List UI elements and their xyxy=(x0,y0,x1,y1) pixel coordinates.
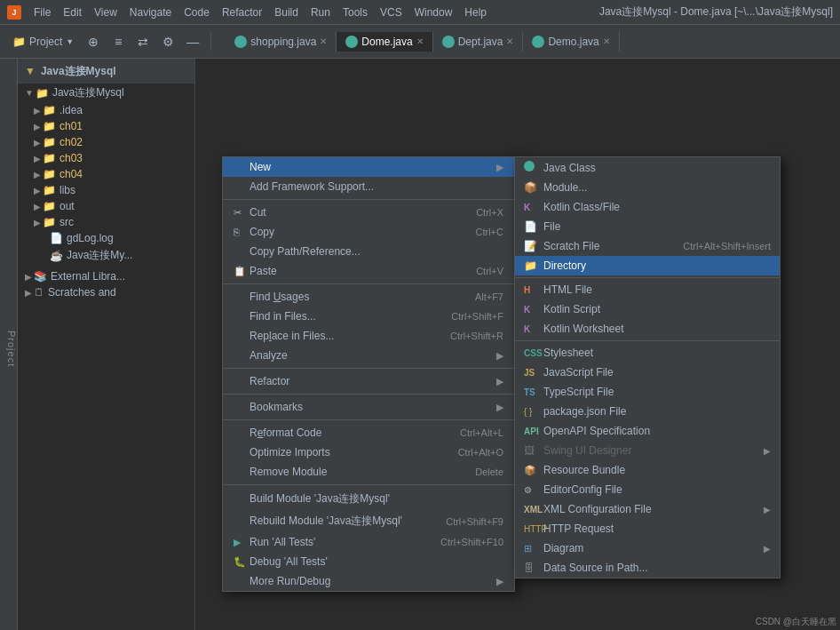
sub-file[interactable]: 📄 File xyxy=(515,217,780,236)
toolbar-locate-btn[interactable]: ⊕ xyxy=(83,31,104,52)
menu-edit[interactable]: Edit xyxy=(58,4,87,20)
shopping-tab-close[interactable]: ✕ xyxy=(320,36,327,46)
ctx-sep4 xyxy=(223,394,514,395)
tree-item-ch02[interactable]: ▶ 📁 ch02 xyxy=(18,134,194,150)
sub-xml[interactable]: XML XML Configuration File ▶ xyxy=(515,499,780,519)
toolbar-minimize-btn[interactable]: — xyxy=(182,31,203,52)
project-title-icon: ▼ xyxy=(25,65,36,77)
tab-shopping[interactable]: shopping.java ✕ xyxy=(226,32,337,52)
ctx-run[interactable]: ▶ Run 'All Tests' Ctrl+Shift+F10 xyxy=(223,532,514,552)
menu-run[interactable]: Run xyxy=(305,4,336,20)
tree-item-root[interactable]: ▼ 📁 Java连接Mysql xyxy=(18,84,194,102)
demo-tab-close[interactable]: ✕ xyxy=(603,36,610,46)
ctx-rebuild-shortcut: Ctrl+Shift+F9 xyxy=(446,516,503,527)
sub-packagejson[interactable]: { } package.json File xyxy=(515,402,780,421)
ctx-paste-icon: 📋 xyxy=(234,266,250,277)
ctx-new[interactable]: New ▶ Java Class 📦 Module... K Kotlin Cl… xyxy=(223,157,514,177)
ctx-morerun[interactable]: More Run/Debug ▶ xyxy=(223,571,514,591)
ctx-reformat-shortcut: Ctrl+Alt+L xyxy=(460,427,503,438)
ctx-removemodule[interactable]: Remove Module Delete xyxy=(223,462,514,482)
sub-scratch[interactable]: 📝 Scratch File Ctrl+Alt+Shift+Insert xyxy=(515,236,780,256)
tree-item-ch04[interactable]: ▶ 📁 ch04 xyxy=(18,166,194,182)
ch03-folder-icon: 📁 xyxy=(43,152,56,164)
project-selector[interactable]: 📁 Project ▼ xyxy=(7,34,79,50)
sub-diagram[interactable]: ⊞ Diagram ▶ xyxy=(515,538,780,558)
sub-resource[interactable]: 📦 Resource Bundle xyxy=(515,460,780,480)
menu-refactor[interactable]: Refactor xyxy=(217,4,267,20)
xml-arrow: ▶ xyxy=(764,505,771,514)
tree-item-external[interactable]: ▶ 📚 External Libra... xyxy=(18,268,194,284)
menu-navigate[interactable]: Navigate xyxy=(124,4,177,20)
ctx-refactor[interactable]: Refactor ▶ xyxy=(223,371,514,391)
editor-area: New ▶ Java Class 📦 Module... K Kotlin Cl… xyxy=(195,59,840,630)
tree-item-src[interactable]: ▶ 📁 src xyxy=(18,214,194,230)
ctx-bookmarks[interactable]: Bookmarks ▶ xyxy=(223,397,514,417)
sub-editorconfig[interactable]: ⚙ EditorConfig File xyxy=(515,480,780,499)
sub-js[interactable]: JS JavaScript File xyxy=(515,363,780,382)
tree-item-javamy[interactable]: ☕ Java连接My... xyxy=(18,246,194,265)
tab-dome[interactable]: Dome.java ✕ xyxy=(337,32,432,52)
sub-directory[interactable]: 📁 Directory xyxy=(515,256,780,275)
ctx-reformat[interactable]: Reformat Code Ctrl+Alt+L xyxy=(223,423,514,443)
dept-tab-close[interactable]: ✕ xyxy=(506,36,513,46)
tree-item-out[interactable]: ▶ 📁 out xyxy=(18,198,194,214)
ctx-findinfiles[interactable]: Find in Files... Ctrl+Shift+F xyxy=(223,307,514,326)
sub-module[interactable]: 📦 Module... xyxy=(515,178,780,197)
kotlin-class-label: Kotlin Class/File xyxy=(543,201,771,213)
new-submenu: Java Class 📦 Module... K Kotlin Class/Fi… xyxy=(514,156,781,578)
tree-item-ch03[interactable]: ▶ 📁 ch03 xyxy=(18,150,194,166)
tree-item-idea[interactable]: ▶ 📁 .idea xyxy=(18,102,194,118)
sub-datasource[interactable]: 🗄 Data Source in Path... xyxy=(515,558,780,578)
ctx-rebuild[interactable]: Rebuild Module 'Java连接Mysql' Ctrl+Shift+… xyxy=(223,510,514,532)
context-menu: New ▶ Java Class 📦 Module... K Kotlin Cl… xyxy=(222,156,515,592)
toolbar-expand-btn[interactable]: ⇄ xyxy=(132,31,154,52)
sub-http[interactable]: HTTP HTTP Request xyxy=(515,519,780,538)
ctx-analyze[interactable]: Analyze ▶ xyxy=(223,346,514,365)
resource-label: Resource Bundle xyxy=(543,464,771,476)
menu-vcs[interactable]: VCS xyxy=(375,4,408,20)
ctx-build[interactable]: Build Module 'Java连接Mysql' xyxy=(223,488,514,510)
sub-stylesheet[interactable]: CSS Stylesheet xyxy=(515,343,780,363)
sub-ts[interactable]: TS TypeScript File xyxy=(515,382,780,402)
menu-file[interactable]: File xyxy=(28,4,56,20)
toolbar-collapse-btn[interactable]: ≡ xyxy=(107,31,129,52)
ctx-add-framework[interactable]: Add Framework Support... xyxy=(223,177,514,196)
ctx-replaceinfiles[interactable]: Replace in Files... Ctrl+Shift+R xyxy=(223,326,514,346)
dome-tab-close[interactable]: ✕ xyxy=(416,36,424,46)
sub-openapi[interactable]: API OpenAPI Specification xyxy=(515,421,780,441)
sub-kotlin-class[interactable]: K Kotlin Class/File xyxy=(515,197,780,217)
ctx-copy[interactable]: ⎘ Copy Ctrl+C xyxy=(223,222,514,242)
ctx-paste[interactable]: 📋 Paste Ctrl+V xyxy=(223,261,514,281)
external-label: External Libra... xyxy=(51,270,125,283)
root-folder-icon: 📁 xyxy=(36,87,49,100)
tree-item-gdlog[interactable]: 📄 gdLog.log xyxy=(18,230,194,246)
menu-code[interactable]: Code xyxy=(178,4,215,20)
menu-tools[interactable]: Tools xyxy=(337,4,373,20)
tree-item-scratches[interactable]: ▶ 🗒 Scratches and xyxy=(18,284,194,300)
ctx-findusages[interactable]: Find Usages Alt+F7 xyxy=(223,287,514,307)
menu-build[interactable]: Build xyxy=(269,4,304,20)
ctx-debug[interactable]: 🐛 Debug 'All Tests' xyxy=(223,552,514,571)
side-project-label[interactable]: Project xyxy=(0,59,18,630)
tab-demo[interactable]: Demo.java ✕ xyxy=(523,32,619,52)
ctx-cut[interactable]: ✂ Cut Ctrl+X xyxy=(223,203,514,222)
tree-item-ch01[interactable]: ▶ 📁 ch01 xyxy=(18,118,194,134)
tree-arrow-scratches: ▶ xyxy=(25,288,32,298)
ctx-copypath[interactable]: Copy Path/Reference... xyxy=(223,242,514,261)
ctx-findusages-label: Find Usages xyxy=(250,291,468,303)
menu-window[interactable]: Window xyxy=(409,4,458,20)
ctx-optimize[interactable]: Optimize Imports Ctrl+Alt+O xyxy=(223,443,514,462)
tree-item-libs[interactable]: ▶ 📁 libs xyxy=(18,182,194,198)
ts-icon: TS xyxy=(524,386,543,398)
ch04-label: ch04 xyxy=(59,168,83,180)
sub-html[interactable]: H HTML File xyxy=(515,280,780,299)
sub-kotlin-script[interactable]: K Kotlin Script xyxy=(515,299,780,319)
sub-java-class[interactable]: Java Class xyxy=(515,157,780,178)
toolbar-settings-btn[interactable]: ⚙ xyxy=(157,31,178,52)
menu-help[interactable]: Help xyxy=(459,4,492,20)
ctx-removemodule-shortcut: Delete xyxy=(475,467,503,477)
external-icon: 📚 xyxy=(34,270,47,283)
menu-view[interactable]: View xyxy=(89,4,123,20)
sub-kotlin-worksheet[interactable]: K Kotlin Worksheet xyxy=(515,319,780,339)
tab-dept[interactable]: Dept.java ✕ xyxy=(433,32,524,52)
